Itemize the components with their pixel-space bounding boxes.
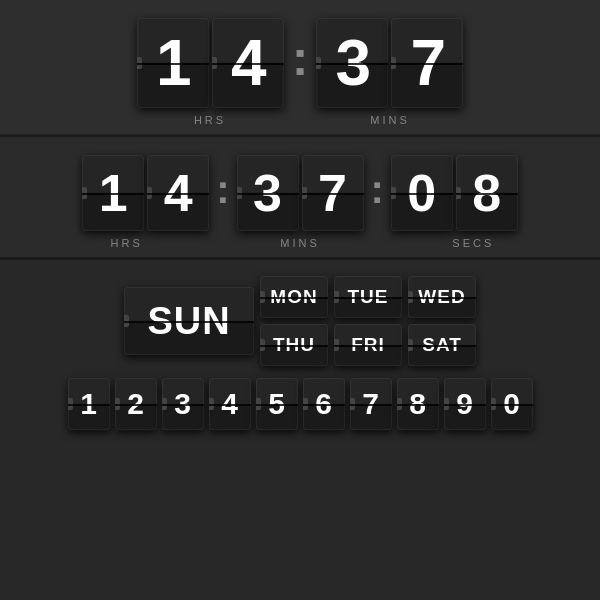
num-tile-5: 5 bbox=[256, 378, 298, 430]
c2-hour-ones-tile: 4 bbox=[147, 155, 209, 231]
fri-tile: FRI bbox=[334, 324, 402, 366]
num-tile-7: 7 bbox=[350, 378, 392, 430]
c2-min-ones-tile: 7 bbox=[302, 155, 364, 231]
num-tile-8: 8 bbox=[397, 378, 439, 430]
c2-hour-tens-tile: 1 bbox=[82, 155, 144, 231]
days-section: SUN MON TUE WED bbox=[0, 260, 600, 600]
hrs-label-1: HRS bbox=[135, 114, 285, 126]
num-tile-9: 9 bbox=[444, 378, 486, 430]
mins-label-1: MINS bbox=[315, 114, 465, 126]
clock-section-2: 1 4 : 3 7 : 0 bbox=[0, 137, 600, 258]
wed-tile: WED bbox=[408, 276, 476, 318]
mon-tile: MON bbox=[260, 276, 328, 318]
days-row-2: THU FRI SAT bbox=[260, 324, 476, 366]
hrs-label-2: HRS bbox=[77, 237, 177, 249]
clock2-row: 1 4 : 3 7 : 0 bbox=[82, 155, 518, 231]
min-tens-tile: 3 bbox=[316, 18, 388, 108]
colon-2b: : bbox=[371, 167, 384, 212]
c2-sec-ones-tile: 8 bbox=[456, 155, 518, 231]
clock2-minutes-group: 3 7 bbox=[237, 155, 364, 231]
days-grid: MON TUE WED THU FRI bbox=[260, 276, 476, 366]
hours-group: 1 4 bbox=[137, 18, 284, 108]
c2-min-tens-tile: 3 bbox=[237, 155, 299, 231]
num-tile-0: 0 bbox=[491, 378, 533, 430]
num-tile-3: 3 bbox=[162, 378, 204, 430]
tue-tile: TUE bbox=[334, 276, 402, 318]
clock-section-1: 1 4 : 3 7 HRS MINS bbox=[0, 0, 600, 135]
c2-sec-tens-tile: 0 bbox=[391, 155, 453, 231]
days-row-1: MON TUE WED bbox=[260, 276, 476, 318]
clock2-seconds-group: 0 8 bbox=[391, 155, 518, 231]
sun-tile: SUN bbox=[124, 287, 254, 355]
days-row: SUN MON TUE WED bbox=[124, 276, 476, 366]
numbers-row: 1234567890 bbox=[68, 378, 533, 430]
clock2-hours-group: 1 4 bbox=[82, 155, 209, 231]
num-tile-1: 1 bbox=[68, 378, 110, 430]
num-tile-4: 4 bbox=[209, 378, 251, 430]
minutes-group: 3 7 bbox=[316, 18, 463, 108]
colon-2a: : bbox=[216, 167, 229, 212]
colon-1: : bbox=[292, 29, 309, 87]
num-tile-2: 2 bbox=[115, 378, 157, 430]
clock1-row: 1 4 : 3 7 bbox=[137, 18, 464, 108]
mins-label-2: MINS bbox=[250, 237, 350, 249]
num-tile-6: 6 bbox=[303, 378, 345, 430]
hour-tens-tile: 1 bbox=[137, 18, 209, 108]
sat-tile: SAT bbox=[408, 324, 476, 366]
min-ones-tile: 7 bbox=[391, 18, 463, 108]
secs-label-2: SECS bbox=[423, 237, 523, 249]
thu-tile: THU bbox=[260, 324, 328, 366]
hour-ones-tile: 4 bbox=[212, 18, 284, 108]
